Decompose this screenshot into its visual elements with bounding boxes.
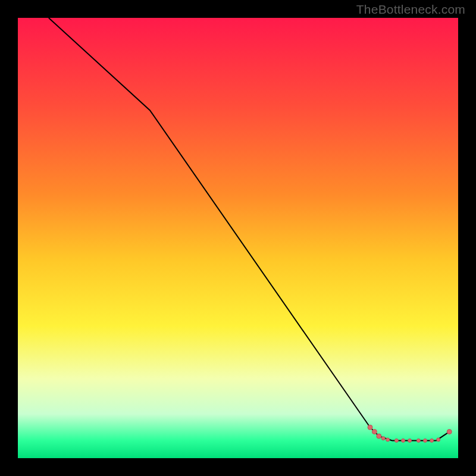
data-marker bbox=[447, 430, 452, 434]
data-marker bbox=[416, 439, 420, 442]
data-marker bbox=[368, 425, 372, 430]
chart-plot bbox=[18, 18, 458, 458]
data-marker bbox=[437, 438, 440, 441]
data-marker bbox=[372, 430, 377, 434]
data-marker bbox=[424, 439, 427, 442]
watermark-label: TheBottleneck.com bbox=[356, 2, 465, 17]
data-marker bbox=[386, 438, 390, 441]
data-marker bbox=[402, 439, 405, 442]
chart-svg bbox=[18, 18, 458, 458]
data-marker bbox=[408, 439, 412, 442]
data-marker bbox=[430, 439, 434, 442]
data-marker bbox=[377, 434, 381, 439]
data-marker bbox=[381, 437, 385, 440]
data-marker bbox=[394, 439, 398, 442]
